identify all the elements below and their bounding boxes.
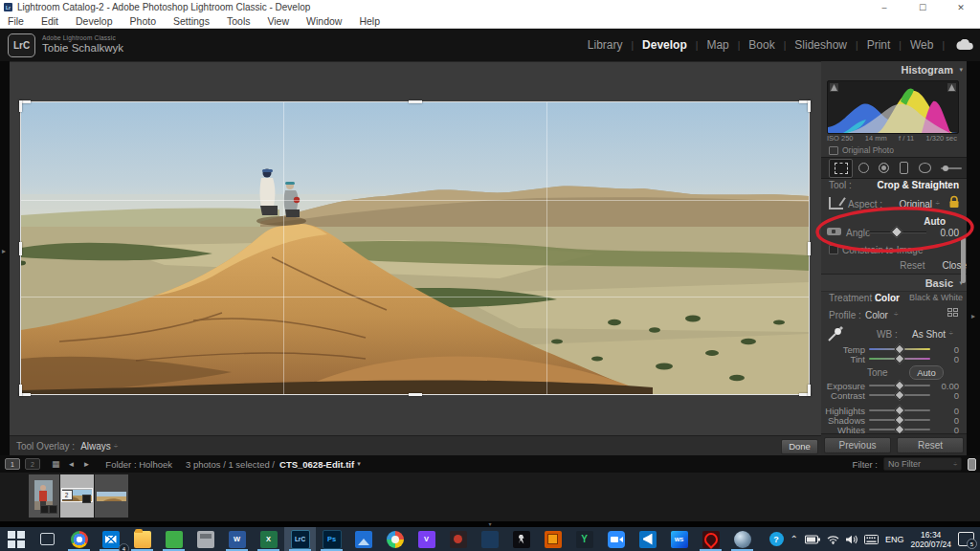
maximize-button[interactable]: ☐ <box>903 3 942 12</box>
spot-removal-button[interactable] <box>853 163 873 173</box>
previous-button[interactable]: Previous <box>824 437 891 453</box>
taskbar-webstorm[interactable]: WS <box>663 527 695 551</box>
taskbar-purple-app[interactable]: V <box>411 527 442 551</box>
histogram-disclosure-icon[interactable]: ▾ <box>959 66 963 74</box>
angle-slider[interactable] <box>867 231 926 233</box>
close-button[interactable]: ✕ <box>942 3 980 12</box>
taskbar-orange-app[interactable] <box>537 527 568 551</box>
tint-slider[interactable] <box>869 358 930 360</box>
crop-handle-left[interactable] <box>19 242 22 255</box>
taskbar-photoshop[interactable]: Ps <box>316 527 347 551</box>
reset-button[interactable]: Reset <box>897 437 964 453</box>
taskbar-file-explorer[interactable] <box>126 527 158 551</box>
crop-handle-bottom[interactable] <box>409 393 422 396</box>
menu-settings[interactable]: Settings <box>173 15 210 27</box>
original-photo-icon[interactable] <box>829 146 838 155</box>
crop-tool-button[interactable] <box>829 159 853 178</box>
crop-handle-top[interactable] <box>409 100 422 103</box>
filter-switch-icon[interactable] <box>968 458 976 471</box>
primary-monitor-button[interactable]: 1 <box>5 458 20 470</box>
taskbar-excel[interactable]: X <box>253 527 284 551</box>
secondary-monitor-button[interactable]: 2 <box>25 458 40 470</box>
language-indicator[interactable]: ENG <box>885 535 904 544</box>
menu-file[interactable]: File <box>8 15 24 27</box>
taskbar-dark-red-app[interactable] <box>442 527 474 551</box>
taskbar-photo-app[interactable] <box>158 527 189 551</box>
crop-overlay[interactable] <box>21 102 809 394</box>
angle-slider-thumb[interactable] <box>891 226 903 238</box>
taskbar-acrobat[interactable] <box>695 527 726 551</box>
thumbnail-2-selected[interactable]: 2 <box>60 474 94 518</box>
module-web[interactable]: Web <box>910 38 933 52</box>
taskbar-clock[interactable]: 16:342020/07/24 <box>910 530 951 549</box>
adjustment-brush-button[interactable] <box>935 167 967 169</box>
taskbar-browser[interactable] <box>726 527 758 551</box>
crop-handle-top-left[interactable] <box>19 100 31 112</box>
module-print[interactable]: Print <box>867 38 891 52</box>
thumbnail-badge-icon[interactable] <box>49 505 57 514</box>
minimize-button[interactable]: – <box>865 3 903 12</box>
taskbar-word[interactable]: W <box>221 527 253 551</box>
treatment-color-option[interactable]: Color <box>875 293 900 303</box>
taskbar-paint[interactable] <box>379 527 411 551</box>
thumbnail-3[interactable] <box>95 474 128 518</box>
taskbar-calculator[interactable] <box>474 527 505 551</box>
aspect-lock-icon[interactable] <box>948 195 960 210</box>
whites-slider[interactable] <box>869 429 930 430</box>
crop-handle-bottom-right[interactable] <box>799 385 811 396</box>
highlights-slider[interactable] <box>869 409 930 411</box>
taskbar-zoom[interactable] <box>600 527 632 551</box>
temp-slider[interactable] <box>869 348 930 350</box>
contrast-slider[interactable] <box>869 394 930 396</box>
taskbar-media-app[interactable] <box>505 527 537 551</box>
taskbar-mail[interactable]: 4 <box>95 527 126 551</box>
thumbnail-3-image[interactable] <box>97 490 126 501</box>
right-panel-collapse-arrow[interactable]: ▸ <box>971 312 975 320</box>
auto-straighten-button[interactable]: Auto <box>924 216 946 227</box>
module-develop[interactable]: Develop <box>642 38 687 52</box>
menu-develop[interactable]: Develop <box>76 15 113 27</box>
basic-header-label[interactable]: Basic <box>925 277 953 289</box>
thumbnail-1[interactable] <box>29 474 59 518</box>
tool-overlay-dropdown[interactable]: Always <box>80 441 111 452</box>
filter-dropdown[interactable]: No Filter ÷ <box>883 457 962 471</box>
menu-view[interactable]: View <box>267 15 289 27</box>
go-forward-icon[interactable]: ► <box>82 460 90 469</box>
go-back-icon[interactable]: ◄ <box>68 460 76 469</box>
treatment-bw-option[interactable]: Black & White <box>909 293 963 302</box>
histogram-header[interactable]: Histogram <box>902 64 953 76</box>
menu-edit[interactable]: Edit <box>41 15 58 27</box>
highlight-clipping-indicator[interactable] <box>947 83 956 92</box>
graduated-filter-button[interactable] <box>894 162 914 174</box>
module-book[interactable]: Book <box>748 38 774 52</box>
tint-value[interactable]: 0 <box>954 354 959 364</box>
profile-dropdown[interactable]: Color <box>865 310 888 320</box>
shadow-clipping-indicator[interactable] <box>830 83 838 92</box>
touch-keyboard-icon[interactable] <box>864 535 879 544</box>
panel-scrollbar[interactable] <box>961 237 966 283</box>
stack-count-badge[interactable]: 2 <box>62 490 73 500</box>
module-map[interactable]: Map <box>706 38 728 52</box>
menu-window[interactable]: Window <box>306 15 342 27</box>
exposure-slider[interactable] <box>869 385 930 386</box>
tone-auto-button[interactable]: Auto <box>909 365 944 380</box>
help-icon[interactable]: ? <box>769 532 784 546</box>
taskbar-printer[interactable] <box>189 527 221 551</box>
creative-cloud-icon[interactable] <box>955 39 974 51</box>
level-tool-button[interactable] <box>827 228 841 235</box>
taskbar-chrome[interactable] <box>63 527 95 551</box>
crop-handle-bottom-left[interactable] <box>19 385 31 396</box>
tray-expand-icon[interactable]: ⌃ <box>791 534 798 544</box>
module-slideshow[interactable]: Slideshow <box>794 38 847 52</box>
crop-reset-button[interactable]: Reset <box>900 260 924 271</box>
volume-icon[interactable] <box>846 535 858 544</box>
folder-breadcrumb[interactable]: Folder : Holhoek <box>105 459 172 470</box>
profile-browser-icon[interactable] <box>947 308 959 318</box>
red-eye-button[interactable] <box>874 163 894 173</box>
histogram-display[interactable] <box>827 80 959 134</box>
done-button[interactable]: Done <box>781 439 818 454</box>
contrast-value[interactable]: 0 <box>954 390 959 401</box>
taskbar-vscode[interactable] <box>632 527 663 551</box>
aspect-dropdown[interactable]: Original <box>900 199 932 209</box>
module-library[interactable]: Library <box>588 38 623 52</box>
